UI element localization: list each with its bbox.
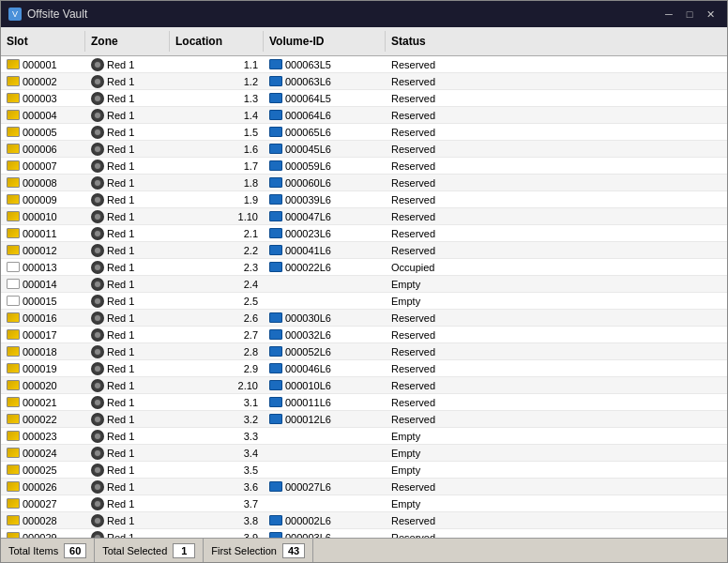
zone-name: Red 1: [107, 363, 134, 374]
table-row[interactable]: 000002Red 11.2000063L6Reserved: [1, 73, 727, 90]
cell-status: Empty: [386, 497, 498, 510]
table-row[interactable]: 000022Red 13.2000012L6Reserved: [1, 411, 727, 428]
table-row[interactable]: 000025Red 13.5Empty: [1, 462, 727, 479]
table-row[interactable]: 000017Red 12.7000032L6Reserved: [1, 327, 727, 343]
tape-slot-icon: [7, 211, 20, 221]
cell-zone: Red 1: [85, 260, 170, 275]
table-row[interactable]: 000005Red 11.5000065L6Reserved: [1, 124, 727, 141]
slot-number: 000026: [23, 481, 57, 493]
slot-number: 000003: [23, 93, 57, 104]
cell-location: 1.2: [170, 75, 264, 88]
table-row[interactable]: 000027Red 13.7Empty: [1, 495, 727, 512]
table-row[interactable]: 000006Red 11.6000045L6Reserved: [1, 141, 727, 158]
table-row[interactable]: 000020Red 12.10000010L6Reserved: [1, 377, 727, 394]
slot-number: 000018: [23, 346, 57, 358]
zone-icon: [91, 92, 104, 105]
window-title: Offsite Vault: [27, 8, 87, 21]
cell-location: 2.2: [170, 244, 264, 257]
table-row[interactable]: 000029Red 13.9000003L6Reserved: [1, 529, 727, 538]
zone-icon: [91, 328, 104, 342]
table-row[interactable]: 000028Red 13.8000002L6Reserved: [1, 512, 727, 529]
table-row[interactable]: 000023Red 13.3Empty: [1, 428, 727, 445]
zone-icon: [91, 244, 104, 257]
table-row[interactable]: 000026Red 13.6000027L6Reserved: [1, 479, 727, 495]
tape-slot-icon: [7, 464, 20, 475]
zone-name: Red 1: [107, 144, 134, 155]
table-row[interactable]: 000009Red 11.9000039L6Reserved: [1, 191, 727, 208]
table-row[interactable]: 000004Red 11.4000064L6Reserved: [1, 107, 727, 124]
cell-location: 3.1: [170, 396, 264, 409]
cell-location: 3.4: [170, 447, 264, 460]
maximize-button[interactable]: □: [680, 6, 699, 23]
cell-volume-id: 000039L6: [264, 193, 386, 206]
table-row[interactable]: 000012Red 12.2000041L6Reserved: [1, 242, 727, 259]
cell-location: 3.7: [170, 497, 264, 510]
zone-name: Red 1: [107, 59, 134, 70]
slot-number: 000013: [23, 262, 57, 273]
cell-location: 1.10: [170, 210, 264, 223]
cell-slot: 000012: [1, 244, 85, 257]
cell-zone: Red 1: [85, 513, 170, 528]
col-header-location[interactable]: Location: [170, 31, 264, 52]
cell-zone: Red 1: [85, 395, 170, 410]
close-button[interactable]: ✕: [701, 6, 720, 23]
cell-zone: Red 1: [85, 74, 170, 89]
table-row[interactable]: 000018Red 12.8000052L6Reserved: [1, 343, 727, 360]
table-row[interactable]: 000016Red 12.6000030L6Reserved: [1, 310, 727, 327]
status-bar: Total Items 60 Total Selected 1 First Se…: [1, 538, 727, 562]
table-row[interactable]: 000011Red 12.1000023L6Reserved: [1, 225, 727, 242]
tape-slot-icon: [7, 329, 20, 340]
cell-slot: 000003: [1, 92, 85, 105]
tape-icon: [269, 76, 282, 86]
tape-icon: [269, 211, 282, 221]
cell-zone: Red 1: [85, 479, 170, 495]
volume-id-text: 000002L6: [285, 515, 331, 526]
tape-icon: [269, 414, 282, 424]
main-window: V Offsite Vault ─ □ ✕ Slot Zone Location…: [0, 0, 728, 563]
table-row[interactable]: 000001Red 11.1000063L5Reserved: [1, 56, 727, 73]
cell-volume-id: 000027L6: [264, 480, 386, 494]
cell-status: Reserved: [386, 227, 498, 240]
zone-name: Red 1: [107, 160, 134, 172]
slot-number: 000022: [23, 414, 57, 425]
cell-zone: Red 1: [85, 344, 170, 359]
zone-icon: [91, 261, 104, 274]
total-items-value: 60: [64, 543, 86, 558]
tape-icon: [269, 127, 282, 137]
cell-location: 3.5: [170, 464, 264, 477]
volume-id-text: 000041L6: [285, 245, 331, 256]
total-selected-section: Total Selected 1: [95, 539, 204, 562]
tape-slot-icon: [7, 498, 20, 509]
cell-volume-id: [264, 452, 386, 454]
col-header-status[interactable]: Status: [386, 31, 498, 52]
table-row[interactable]: 000013Red 12.3000022L6Occupied: [1, 259, 727, 276]
table-row[interactable]: 000007Red 11.7000059L6Reserved: [1, 158, 727, 175]
table-row[interactable]: 000024Red 13.4Empty: [1, 445, 727, 462]
cell-zone: Red 1: [85, 361, 170, 376]
table-row[interactable]: 000014Red 12.4Empty: [1, 276, 727, 293]
table-row[interactable]: 000015Red 12.5Empty: [1, 293, 727, 310]
cell-zone: Red 1: [85, 91, 170, 106]
cell-slot: 000026: [1, 480, 85, 494]
cell-volume-id: 000022L6: [264, 261, 386, 274]
cell-volume-id: 000045L6: [264, 143, 386, 156]
cell-volume-id: 000060L6: [264, 176, 386, 190]
minimize-button[interactable]: ─: [660, 6, 678, 23]
table-row[interactable]: 000003Red 11.3000064L5Reserved: [1, 90, 727, 107]
tape-icon: [269, 363, 282, 373]
table-row[interactable]: 000019Red 12.9000046L6Reserved: [1, 360, 727, 377]
table-body[interactable]: 000001Red 11.1000063L5Reserved000002Red …: [1, 56, 727, 538]
volume-id-text: 000030L6: [285, 312, 331, 324]
slot-number: 000016: [23, 312, 57, 324]
zone-icon: [91, 497, 104, 510]
total-items-label: Total Items: [8, 545, 58, 556]
table-row[interactable]: 000021Red 13.1000011L6Reserved: [1, 394, 727, 411]
cell-volume-id: 000010L6: [264, 379, 386, 392]
slot-number: 000025: [23, 464, 57, 476]
table-row[interactable]: 000008Red 11.8000060L6Reserved: [1, 175, 727, 191]
total-items-section: Total Items 60: [1, 539, 95, 562]
col-header-volume-id[interactable]: Volume-ID: [264, 31, 386, 52]
table-row[interactable]: 000010Red 11.10000047L6Reserved: [1, 208, 727, 225]
col-header-zone[interactable]: Zone: [85, 31, 170, 52]
col-header-slot[interactable]: Slot: [1, 31, 85, 52]
